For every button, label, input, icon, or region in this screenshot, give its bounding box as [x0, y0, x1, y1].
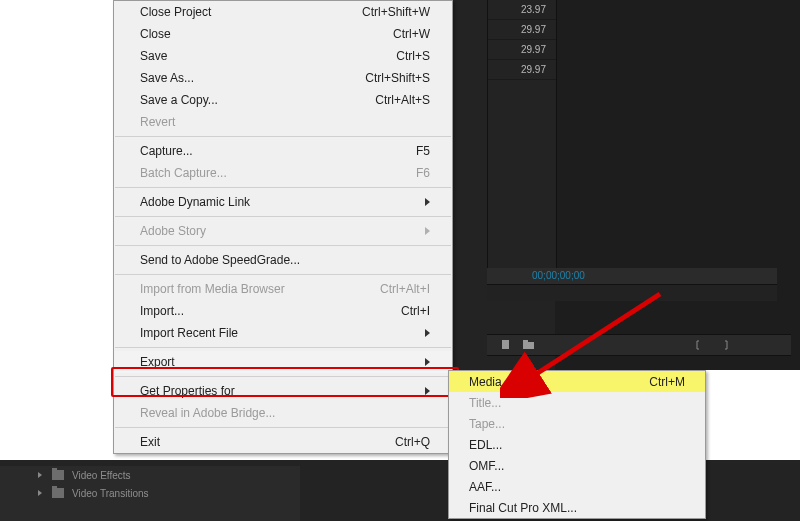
- menu-shortcut: Ctrl+W: [393, 27, 430, 41]
- frame-rate-cell: 23.97: [488, 0, 556, 20]
- submenu-item-label: OMF...: [469, 459, 685, 473]
- menu-shortcut: Ctrl+Shift+S: [365, 71, 430, 85]
- menu-item-exit[interactable]: ExitCtrl+Q: [114, 431, 452, 453]
- frame-rate-cell: 29.97: [488, 20, 556, 40]
- menu-shortcut: Ctrl+I: [401, 304, 430, 318]
- submenu-item-label: EDL...: [469, 438, 685, 452]
- menu-item-label: Save: [140, 49, 396, 63]
- timeline-ruler[interactable]: [487, 284, 777, 301]
- submenu-shortcut: Ctrl+M: [649, 375, 685, 389]
- svg-rect-2: [523, 340, 528, 342]
- menu-item-label: Adobe Dynamic Link: [140, 195, 419, 209]
- menu-item-close-project[interactable]: Close ProjectCtrl+Shift+W: [114, 1, 452, 23]
- menu-item-save-as[interactable]: Save As...Ctrl+Shift+S: [114, 67, 452, 89]
- new-item-icon[interactable]: [501, 339, 513, 351]
- menu-separator: [115, 427, 451, 428]
- menu-item-get-properties-for[interactable]: Get Properties for: [114, 380, 452, 402]
- svg-rect-0: [502, 340, 509, 349]
- submenu-item-label: Final Cut Pro XML...: [469, 501, 685, 515]
- menu-separator: [115, 376, 451, 377]
- submenu-arrow-icon: [425, 358, 430, 366]
- menu-item-label: Adobe Story: [140, 224, 419, 238]
- folder-icon[interactable]: [523, 339, 535, 351]
- submenu-item-tape: Tape...: [449, 413, 705, 434]
- menu-shortcut: Ctrl+Alt+I: [380, 282, 430, 296]
- project-item[interactable]: Video Effects: [0, 466, 300, 484]
- menu-item-label: Capture...: [140, 144, 416, 158]
- bracket-icon[interactable]: [717, 339, 729, 351]
- menu-item-label: Save As...: [140, 71, 365, 85]
- submenu-arrow-icon: [425, 198, 430, 206]
- menu-separator: [115, 187, 451, 188]
- menu-separator: [115, 347, 451, 348]
- folder-icon: [52, 470, 64, 480]
- frame-rate-cell: 29.97: [488, 40, 556, 60]
- menu-shortcut: F6: [416, 166, 430, 180]
- toolbar: [487, 334, 791, 356]
- menu-item-label: Export: [140, 355, 419, 369]
- menu-item-save-a-copy[interactable]: Save a Copy...Ctrl+Alt+S: [114, 89, 452, 111]
- menu-separator: [115, 136, 451, 137]
- menu-item-export[interactable]: Export: [114, 351, 452, 373]
- project-item-label: Video Transitions: [72, 488, 149, 499]
- expand-icon[interactable]: [38, 472, 42, 478]
- project-item[interactable]: Video Transitions: [0, 484, 300, 502]
- menu-separator: [115, 216, 451, 217]
- menu-item-adobe-dynamic-link[interactable]: Adobe Dynamic Link: [114, 191, 452, 213]
- menu-item-import-from-media-browser: Import from Media BrowserCtrl+Alt+I: [114, 278, 452, 300]
- submenu-item-omf[interactable]: OMF...: [449, 455, 705, 476]
- submenu-arrow-icon: [425, 227, 430, 235]
- menu-shortcut: F5: [416, 144, 430, 158]
- menu-item-label: Save a Copy...: [140, 93, 375, 107]
- menu-shortcut: Ctrl+Q: [395, 435, 430, 449]
- project-panel: Video Effects Video Transitions: [0, 466, 300, 521]
- submenu-item-final-cut-pro-xml[interactable]: Final Cut Pro XML...: [449, 497, 705, 518]
- project-item-label: Video Effects: [72, 470, 131, 481]
- menu-separator: [115, 274, 451, 275]
- export-submenu: Media...Ctrl+MTitle...Tape...EDL...OMF..…: [448, 370, 706, 519]
- menu-shortcut: Ctrl+Shift+W: [362, 5, 430, 19]
- menu-item-send-to-adobe-speedgrade[interactable]: Send to Adobe SpeedGrade...: [114, 249, 452, 271]
- submenu-item-media[interactable]: Media...Ctrl+M: [449, 371, 705, 392]
- menu-item-save[interactable]: SaveCtrl+S: [114, 45, 452, 67]
- menu-separator: [115, 245, 451, 246]
- menu-item-label: Get Properties for: [140, 384, 419, 398]
- frame-rate-cell: 29.97: [488, 60, 556, 80]
- svg-rect-1: [523, 342, 534, 349]
- submenu-item-label: Tape...: [469, 417, 685, 431]
- submenu-item-aaf[interactable]: AAF...: [449, 476, 705, 497]
- bracket-icon[interactable]: [695, 339, 707, 351]
- menu-item-label: Reveal in Adobe Bridge...: [140, 406, 430, 420]
- menu-item-label: Import from Media Browser: [140, 282, 380, 296]
- menu-item-label: Revert: [140, 115, 430, 129]
- menu-item-reveal-in-adobe-bridge: Reveal in Adobe Bridge...: [114, 402, 452, 424]
- folder-icon: [52, 488, 64, 498]
- menu-item-label: Exit: [140, 435, 395, 449]
- submenu-item-label: AAF...: [469, 480, 685, 494]
- menu-item-import-recent-file[interactable]: Import Recent File: [114, 322, 452, 344]
- menu-item-revert: Revert: [114, 111, 452, 133]
- menu-shortcut: Ctrl+S: [396, 49, 430, 63]
- timecode-value: 00;00;00;00: [532, 270, 585, 281]
- menu-item-close[interactable]: CloseCtrl+W: [114, 23, 452, 45]
- menu-shortcut: Ctrl+Alt+S: [375, 93, 430, 107]
- submenu-item-edl[interactable]: EDL...: [449, 434, 705, 455]
- menu-item-label: Batch Capture...: [140, 166, 416, 180]
- menu-item-adobe-story: Adobe Story: [114, 220, 452, 242]
- expand-icon[interactable]: [38, 490, 42, 496]
- submenu-item-label: Title...: [469, 396, 685, 410]
- submenu-item-title: Title...: [449, 392, 705, 413]
- menu-item-label: Import...: [140, 304, 401, 318]
- menu-item-capture[interactable]: Capture...F5: [114, 140, 452, 162]
- submenu-arrow-icon: [425, 387, 430, 395]
- submenu-item-label: Media...: [469, 375, 649, 389]
- menu-item-label: Close: [140, 27, 393, 41]
- submenu-arrow-icon: [425, 329, 430, 337]
- menu-item-label: Close Project: [140, 5, 362, 19]
- menu-item-label: Send to Adobe SpeedGrade...: [140, 253, 430, 267]
- menu-item-import[interactable]: Import...Ctrl+I: [114, 300, 452, 322]
- menu-item-batch-capture: Batch Capture...F6: [114, 162, 452, 184]
- file-menu: Close ProjectCtrl+Shift+WCloseCtrl+WSave…: [113, 0, 453, 454]
- menu-item-label: Import Recent File: [140, 326, 419, 340]
- frame-rate-column: 23.97 29.97 29.97 29.97: [487, 0, 557, 300]
